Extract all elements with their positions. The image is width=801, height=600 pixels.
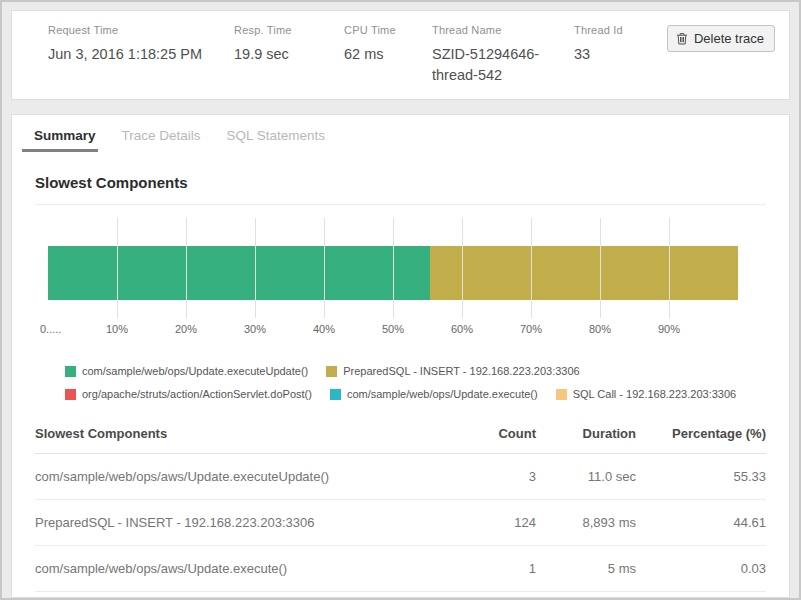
value-cell: 1	[446, 561, 536, 576]
field-value: 19.9 sec	[234, 44, 344, 65]
gridline	[255, 218, 256, 318]
table-row: SQL Call - 192.168.223.203:330624 ms0.02	[35, 592, 766, 598]
legend-item[interactable]: PreparedSQL - INSERT - 192.168.223.203:3…	[326, 365, 579, 377]
legend-swatch-icon	[65, 389, 76, 400]
trace-meta-card: Request TimeJun 3, 2016 1:18:25 PMResp. …	[11, 10, 790, 100]
value-cell: 124	[446, 515, 536, 530]
value-cell: 55.33	[636, 469, 766, 484]
field-value: 62 ms	[344, 44, 432, 65]
value-cell: 11.0 sec	[536, 469, 636, 484]
gridline	[186, 218, 187, 318]
gridline	[462, 218, 463, 318]
legend-item[interactable]: com/sample/web/ops/Update.executeUpdate(…	[65, 365, 308, 377]
gridline	[324, 218, 325, 318]
field-label: Resp. Time	[234, 24, 344, 36]
legend-label: SQL Call - 192.168.223.203:3306	[573, 388, 737, 400]
axis-tick-label: 30%	[244, 323, 266, 335]
slowest-components-table: Slowest ComponentsCountDurationPercentag…	[35, 416, 766, 598]
chart-legend: com/sample/web/ops/Update.executeUpdate(…	[35, 339, 766, 400]
field-label: Thread Id	[574, 24, 654, 36]
bar-segment[interactable]	[430, 246, 738, 300]
legend-swatch-icon	[326, 366, 337, 377]
field-label: Request Time	[48, 24, 234, 36]
field-value: 33	[574, 44, 654, 65]
legend-item[interactable]: com/sample/web/ops/Update.execute()	[330, 388, 538, 400]
field-label: CPU Time	[344, 24, 432, 36]
delete-trace-button[interactable]: Delete trace	[667, 25, 775, 52]
component-name-cell: com/sample/web/ops/aws/Update.execute()	[35, 561, 446, 576]
value-cell: 5 ms	[536, 561, 636, 576]
header-field: Thread Id33	[574, 24, 654, 86]
legend-label: org/apache/struts/action/ActionServlet.d…	[82, 388, 312, 400]
trace-detail-card: SummaryTrace DetailsSQL Statements Slowe…	[11, 114, 790, 598]
delete-trace-label: Delete trace	[694, 31, 764, 46]
tab-trace-details[interactable]: Trace Details	[122, 128, 201, 152]
slowest-components-chart: 0.....10%20%30%40%50%60%70%80%90%	[48, 218, 738, 339]
chart-x-axis: 0.....10%20%30%40%50%60%70%80%90%	[48, 323, 738, 339]
field-label: Thread Name	[432, 24, 574, 36]
trace-viewer-window: Request TimeJun 3, 2016 1:18:25 PMResp. …	[0, 0, 801, 600]
field-value: Jun 3, 2016 1:18:25 PM	[48, 44, 234, 65]
value-cell: 44.61	[636, 515, 766, 530]
table-row: com/sample/web/ops/aws/Update.executeUpd…	[35, 454, 766, 500]
axis-tick-label: 80%	[589, 323, 611, 335]
axis-tick-label: 50%	[382, 323, 404, 335]
table-header-cell: Slowest Components	[35, 426, 446, 441]
section-title: Slowest Components	[35, 152, 766, 191]
axis-tick-label: 40%	[313, 323, 335, 335]
value-cell: 3	[446, 469, 536, 484]
axis-tick-label: 70%	[520, 323, 542, 335]
table-header-row: Slowest ComponentsCountDurationPercentag…	[35, 416, 766, 454]
legend-label: com/sample/web/ops/Update.execute()	[347, 388, 538, 400]
field-value: SZID-51294646-thread-542	[432, 44, 552, 86]
table-row: com/sample/web/ops/aws/Update.execute()1…	[35, 546, 766, 592]
table-header-cell: Duration	[536, 426, 636, 441]
table-header-cell: Percentage (%)	[636, 426, 766, 441]
axis-tick-label: 0.....	[40, 323, 61, 335]
axis-tick-label: 10%	[106, 323, 128, 335]
legend-swatch-icon	[65, 366, 76, 377]
tab-bar: SummaryTrace DetailsSQL Statements	[12, 115, 789, 152]
header-field: Thread NameSZID-51294646-thread-542	[432, 24, 574, 86]
axis-tick-label: 60%	[451, 323, 473, 335]
gridline	[393, 218, 394, 318]
table-header-cell: Count	[446, 426, 536, 441]
axis-tick-label: 20%	[175, 323, 197, 335]
table-body: com/sample/web/ops/aws/Update.executeUpd…	[35, 454, 766, 598]
tab-sql-statements[interactable]: SQL Statements	[227, 128, 326, 152]
value-cell: 8,893 ms	[536, 515, 636, 530]
header-field: Resp. Time19.9 sec	[234, 24, 344, 86]
trace-meta-fields: Request TimeJun 3, 2016 1:18:25 PMResp. …	[48, 24, 667, 86]
component-name-cell: PreparedSQL - INSERT - 192.168.223.203:3…	[35, 515, 446, 530]
legend-label: com/sample/web/ops/Update.executeUpdate(…	[82, 365, 308, 377]
gridline	[600, 218, 601, 318]
gridline	[117, 218, 118, 318]
component-name-cell: com/sample/web/ops/aws/Update.executeUpd…	[35, 469, 446, 484]
chart-plot-area	[48, 218, 738, 314]
summary-tab-content: Slowest Components 0.....10%20%30%40%50%…	[12, 152, 789, 598]
axis-tick-label: 90%	[658, 323, 680, 335]
legend-item[interactable]: org/apache/struts/action/ActionServlet.d…	[65, 388, 312, 400]
header-field: CPU Time62 ms	[344, 24, 432, 86]
legend-label: PreparedSQL - INSERT - 192.168.223.203:3…	[343, 365, 579, 377]
table-row: PreparedSQL - INSERT - 192.168.223.203:3…	[35, 500, 766, 546]
gridline	[531, 218, 532, 318]
tab-summary[interactable]: Summary	[34, 128, 96, 152]
gridline	[669, 218, 670, 318]
value-cell: 0.03	[636, 561, 766, 576]
bar-segment[interactable]	[48, 246, 430, 300]
legend-swatch-icon	[556, 389, 567, 400]
trash-icon	[676, 32, 688, 45]
legend-swatch-icon	[330, 389, 341, 400]
header-field: Request TimeJun 3, 2016 1:18:25 PM	[48, 24, 234, 86]
section-divider	[35, 204, 766, 205]
legend-item[interactable]: SQL Call - 192.168.223.203:3306	[556, 388, 737, 400]
